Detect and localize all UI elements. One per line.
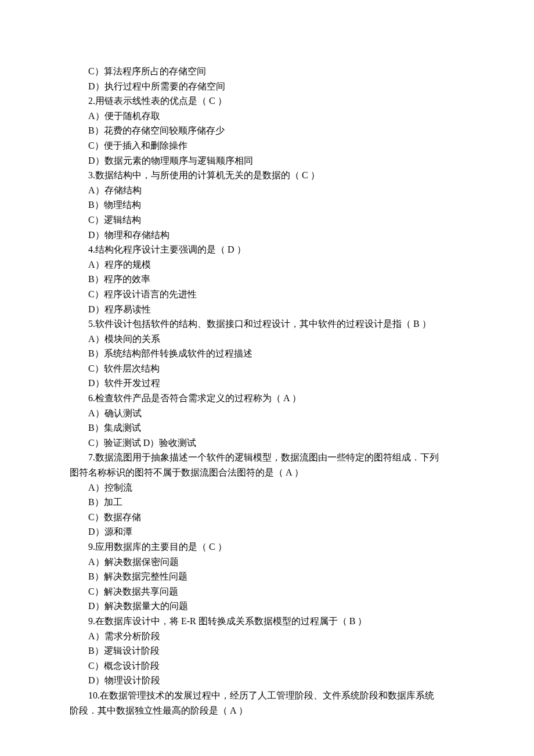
text-line: 3.数据结构中，与所使用的计算机无关的是数据的（ C ）	[70, 168, 464, 183]
text-line: B）加工	[70, 495, 464, 510]
text-line: C）程序设计语言的先进性	[70, 287, 464, 302]
text-line: B）花费的存储空间较顺序储存少	[70, 123, 464, 138]
text-line: C）软件层次结构	[70, 361, 464, 376]
text-line: B）逻辑设计阶段	[70, 643, 464, 658]
text-line: 10.在数据管理技术的发展过程中，经历了人工管理阶段、文件系统阶段和数据库系统	[70, 688, 464, 703]
text-line: D）执行过程中所需要的存储空间	[70, 79, 464, 94]
text-line: A）控制流	[70, 480, 464, 495]
text-line: C）便于插入和删除操作	[70, 138, 464, 153]
text-line: A）模块间的关系	[70, 332, 464, 347]
text-line: 7.数据流图用于抽象描述一个软件的逻辑模型，数据流图由一些特定的图符组成．下列	[70, 450, 464, 465]
text-line: 图符名称标识的图符不属于数据流图合法图符的是（ A ）	[70, 465, 464, 480]
text-line: C）概念设计阶段	[70, 658, 464, 674]
text-line: A）程序的规模	[70, 257, 464, 272]
text-line: B）系统结构部件转换成软件的过程描述	[70, 346, 464, 361]
text-line: D）解决数据量大的问题	[70, 599, 464, 614]
text-line: 4.结构化程序设计主要强调的是（ D ）	[70, 242, 464, 257]
text-line: D）软件开发过程	[70, 376, 464, 391]
text-line: C）解决数据共享问题	[70, 584, 464, 599]
text-line: 2.用链表示线性表的优点是（ C ）	[70, 93, 464, 109]
text-line: 5.软件设计包括软件的结构、数据接口和过程设计，其中软件的过程设计是指（ B ）	[70, 316, 464, 332]
text-line: 9.在数据库设计中，将 E-R 图转换成关系数据模型的过程属于（ B ）	[70, 614, 464, 629]
text-line: C）验证测试 D）验收测试	[70, 435, 464, 451]
text-line: D）物理设计阶段	[70, 673, 464, 688]
text-line: D）物理和存储结构	[70, 228, 464, 243]
text-line: C）算法程序所占的存储空间	[70, 64, 464, 79]
text-line: A）需求分析阶段	[70, 629, 464, 644]
document-page: C）算法程序所占的存储空间 D）执行过程中所需要的存储空间 2.用链表示线性表的…	[0, 0, 534, 753]
text-line: 阶段．其中数据独立性最高的阶段是（ A ）	[70, 703, 464, 718]
text-line: 9.应用数据库的主要目的是（ C ）	[70, 539, 464, 555]
text-line: C）数据存储	[70, 510, 464, 525]
text-line: A）解决数据保密问题	[70, 555, 464, 570]
text-line: B）物理结构	[70, 197, 464, 213]
text-line: A）确认测试	[70, 406, 464, 421]
text-line: C）逻辑结构	[70, 213, 464, 228]
text-line: B）程序的效率	[70, 272, 464, 287]
text-line: B）解决数据完整性问题	[70, 569, 464, 584]
text-line: D）源和潭	[70, 524, 464, 539]
text-line: D）程序易读性	[70, 302, 464, 317]
text-line: D）数据元素的物理顺序与逻辑顺序相同	[70, 153, 464, 168]
text-line: B）集成测试	[70, 420, 464, 435]
text-line: 6.检查软件产品是否符合需求定义的过程称为（ A ）	[70, 391, 464, 406]
text-line: A）便于随机存取	[70, 109, 464, 124]
text-line: A）存储结构	[70, 183, 464, 198]
